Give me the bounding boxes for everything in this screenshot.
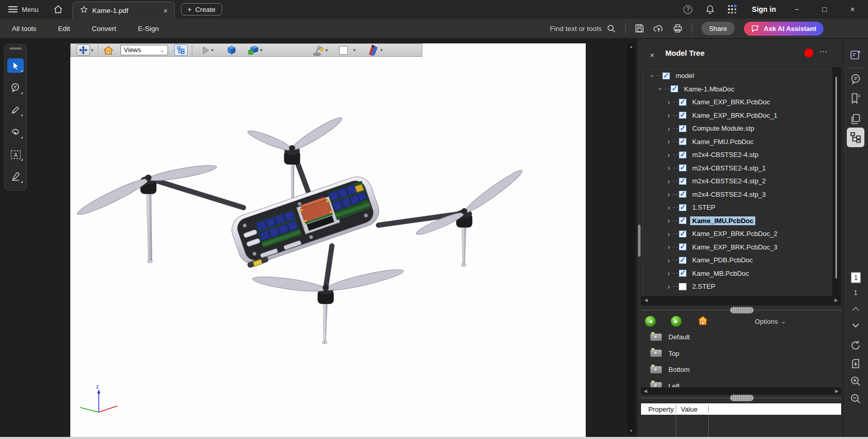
previous-page-icon[interactable] — [851, 306, 860, 311]
view-item-bottom[interactable]: Bottom — [637, 362, 843, 378]
record-indicator[interactable] — [804, 49, 813, 57]
tree-visibility-checkbox[interactable]: ✓ — [679, 204, 687, 211]
tree-expand-icon[interactable]: › — [649, 72, 656, 79]
window-close-button[interactable]: × — [845, 5, 860, 13]
nav-item-convert[interactable]: Convert — [81, 25, 127, 33]
tree-expand-icon[interactable]: › — [665, 270, 672, 277]
panel-overflow-icon[interactable]: ⋯ — [819, 47, 828, 56]
default-view-button[interactable] — [697, 316, 708, 327]
splitter-grip-2[interactable] — [730, 395, 754, 401]
default-view-home-button[interactable] — [103, 46, 113, 55]
comment-tool[interactable] — [7, 81, 24, 95]
document-scrollbar[interactable]: ▲ ▼ — [627, 43, 635, 434]
tree-node-label[interactable]: Kame_EXP_BRK.PcbDoc_2 — [690, 229, 780, 238]
tree-node-label[interactable]: m2x4-CBSTSE2-4.stp — [690, 150, 760, 159]
tree-node[interactable]: ›✓1.STEP — [642, 201, 832, 214]
tree-node[interactable]: ›✓Compute Module.stp — [642, 122, 832, 135]
ai-assistant-panel-icon[interactable] — [849, 49, 862, 61]
tree-visibility-checkbox[interactable]: ✓ — [679, 178, 687, 185]
scroll-up-icon[interactable]: ▲ — [627, 44, 635, 49]
tree-visibility-checkbox[interactable]: ✓ — [679, 164, 687, 171]
home-icon[interactable] — [53, 5, 63, 14]
create-button[interactable]: + Create — [181, 3, 222, 15]
view-item-default[interactable]: Default — [637, 329, 843, 346]
scroll-left-icon[interactable]: ◀ — [644, 388, 647, 394]
zoom-in-icon[interactable] — [850, 375, 861, 387]
previous-view-button[interactable]: ◀ — [645, 316, 656, 327]
tree-expand-icon[interactable]: › — [665, 164, 672, 171]
tools-drag-handle[interactable] — [9, 48, 22, 50]
tree-node[interactable]: ›✓Kame_EXP_BRK.PcbDoc_2 — [642, 227, 832, 241]
background-color-button[interactable] — [339, 46, 348, 55]
tree-node[interactable]: ›✓Kame_MB.PcbDoc — [642, 267, 832, 280]
tree-node-label[interactable]: Kame_FMU.PcbDoc — [690, 137, 755, 146]
render-caret-icon[interactable]: ▾ — [260, 48, 263, 53]
share-button[interactable]: Share — [702, 22, 735, 35]
nav-item-edit[interactable]: Edit — [47, 25, 81, 33]
tree-visibility-checkbox[interactable]: ✓ — [679, 138, 687, 145]
tree-horizontal-scrollbar[interactable]: ◀ ▶ — [642, 296, 841, 305]
export-page-icon[interactable] — [850, 358, 861, 369]
tree-expand-icon[interactable]: › — [665, 125, 672, 132]
views-dropdown[interactable]: Views ⌄ — [120, 45, 168, 55]
tree-node-label[interactable]: model — [674, 71, 696, 80]
select-tool[interactable] — [7, 58, 24, 73]
tree-node-label[interactable]: 2.STEP — [690, 282, 718, 291]
tree-node-label[interactable]: 1.STEP — [690, 203, 718, 212]
document-tab[interactable]: Kame-1.pdf × — [72, 2, 175, 19]
nav-item-e-sign[interactable]: E-Sign — [127, 25, 170, 33]
help-icon[interactable]: ? — [683, 5, 692, 14]
tree-visibility-checkbox[interactable]: ✓ — [679, 270, 687, 277]
highlight-tool[interactable] — [7, 103, 24, 117]
tree-visibility-checkbox[interactable]: ✓ — [662, 72, 670, 80]
tab-close-icon[interactable]: × — [163, 7, 168, 14]
tree-node[interactable]: ›✓m2x4-CBSTSE2-4.stp_1 — [642, 162, 832, 175]
pdf-page-3d-canvas[interactable]: z — [70, 43, 586, 439]
tree-visibility-checkbox[interactable] — [679, 283, 687, 290]
add-text-tool[interactable]: A — [7, 147, 24, 162]
cross-section-button[interactable] — [367, 44, 379, 56]
tree-node-label[interactable]: Kame_EXP_BRK.PcbDoc_3 — [690, 243, 780, 252]
tree-visibility-checkbox[interactable]: ✓ — [679, 257, 687, 264]
print-icon[interactable] — [673, 24, 682, 33]
tree-node-label[interactable]: m2x4-CBSTSE2-4.stp_3 — [690, 190, 768, 199]
zoom-out-icon[interactable] — [850, 393, 861, 404]
tree-expand-icon[interactable]: › — [657, 86, 664, 92]
lasso-tool[interactable] — [7, 125, 24, 139]
play-caret-icon[interactable]: ▾ — [211, 48, 214, 53]
tree-visibility-checkbox[interactable]: ✓ — [679, 230, 687, 238]
tree-node-label[interactable]: Kame_PDB.PcbDoc — [690, 256, 755, 264]
find-text-button[interactable]: Find text or tools — [550, 24, 616, 33]
panel-close-icon[interactable]: × — [650, 51, 654, 59]
window-minimize-button[interactable]: − — [789, 5, 804, 13]
model-tree-panel-icon[interactable] — [847, 128, 864, 147]
panel-resize-grip[interactable] — [638, 225, 641, 257]
next-view-button[interactable]: ▶ — [671, 316, 682, 327]
tree-visibility-checkbox[interactable]: ✓ — [679, 125, 687, 132]
tree-expand-icon[interactable]: › — [665, 204, 672, 211]
tree-node[interactable]: ›✓Kame_FMU.PcbDoc — [642, 135, 832, 149]
sign-in-button[interactable]: Sign in — [752, 5, 776, 13]
tree-node[interactable]: ›✓m2x4-CBSTSE2-4.stp_3 — [642, 188, 832, 201]
tree-node[interactable]: ›✓Kame-1.MbaDoc — [642, 83, 832, 96]
current-page-input[interactable]: 1 — [851, 272, 861, 283]
tree-node[interactable]: ›✓Kame_EXP_BRK.PcbDoc — [642, 96, 832, 109]
ask-ai-assistant-button[interactable]: Ask AI Assistant — [744, 22, 824, 36]
background-caret-icon[interactable]: ▾ — [353, 48, 356, 53]
views-horizontal-scrollbar[interactable]: ◀ ▶ — [641, 387, 841, 395]
tree-expand-icon[interactable]: › — [665, 112, 672, 119]
tree-vertical-scrollbar[interactable] — [832, 68, 841, 296]
fill-sign-tool[interactable] — [7, 169, 24, 184]
tree-visibility-checkbox[interactable]: ✓ — [679, 243, 687, 250]
refresh-icon[interactable] — [850, 340, 861, 351]
star-icon[interactable] — [80, 6, 88, 15]
tree-node-label[interactable]: Kame_EXP_BRK.PcbDoc_1 — [690, 111, 780, 120]
tree-expand-icon[interactable]: › — [665, 230, 672, 238]
tree-visibility-checkbox[interactable]: ✓ — [679, 217, 687, 224]
tree-visibility-checkbox[interactable]: ✓ — [679, 191, 687, 198]
next-page-icon[interactable] — [851, 323, 860, 328]
tree-expand-icon[interactable]: › — [665, 178, 672, 185]
page-thumbnails-panel-icon[interactable] — [850, 113, 862, 125]
tree-node[interactable]: ›✓m2x4-CBSTSE2-4.stp — [642, 148, 832, 162]
comments-panel-icon[interactable] — [850, 73, 862, 85]
